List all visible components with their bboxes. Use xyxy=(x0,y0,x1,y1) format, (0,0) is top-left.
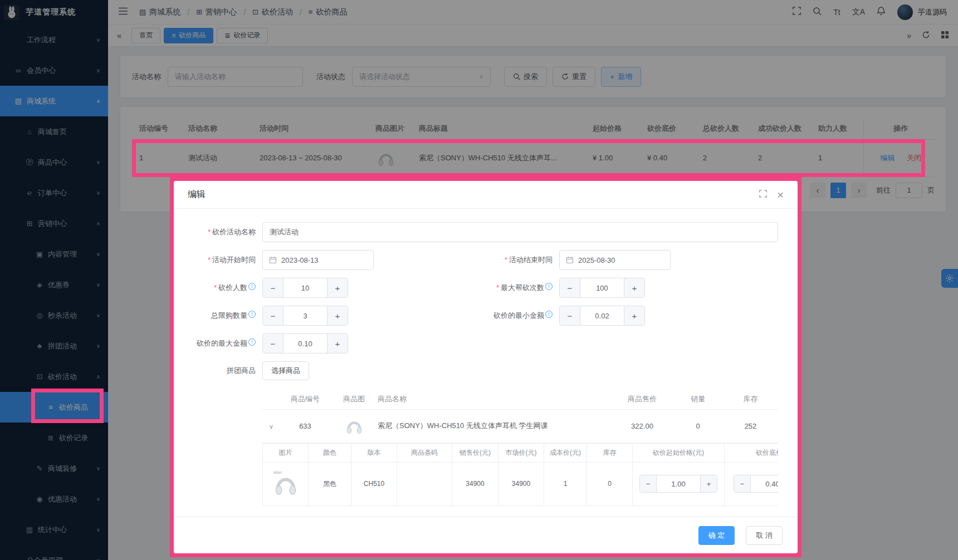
info-icon[interactable]: ! xyxy=(545,311,553,318)
increase-button[interactable]: + xyxy=(327,334,348,353)
cell-product-id: 633 xyxy=(280,409,330,443)
col-expand xyxy=(262,389,280,409)
info-icon[interactable]: ! xyxy=(545,283,553,290)
field-label-help-max: *最大帮砍次数! xyxy=(486,278,553,298)
decrease-button[interactable]: − xyxy=(560,278,580,297)
required-asterisk: * xyxy=(214,283,217,292)
headphones-image: SONY xyxy=(271,469,300,498)
field-label-start-time: *活动开始时间 xyxy=(193,250,256,270)
sku-table: 图片 颜色 版本 商品条码 销售价(元) 市场价(元) 成本价(元) 库存 砍价… xyxy=(262,443,778,506)
field-label-max-price: 砍价的最大金额! xyxy=(193,333,256,353)
required-asterisk: * xyxy=(505,256,507,264)
col-product-id: 商品编号 xyxy=(280,389,330,409)
dialog-header: 编辑 × xyxy=(174,181,798,209)
help-max-input[interactable] xyxy=(580,278,624,297)
col-product-price: 商品售价 xyxy=(612,389,673,409)
decrease-button[interactable]: − xyxy=(263,334,284,353)
cell-sku-cost-price: 1 xyxy=(544,462,587,505)
select-product-button[interactable]: 选择商品 xyxy=(262,361,309,380)
svg-text:SONY: SONY xyxy=(273,471,282,474)
user-size-stepper: − + xyxy=(262,278,348,298)
start-date-value: 2023-08-13 xyxy=(281,256,319,264)
col-sku-version: 版本 xyxy=(351,443,397,462)
product-row: ∨ 633 索尼（SONY）WH-CH510 无线立体声耳机 学生网课 322.… xyxy=(262,409,778,443)
dialog-close-icon[interactable]: × xyxy=(777,189,784,200)
cell-sku-stock: 0 xyxy=(587,462,633,505)
sku-table-container: 图片 颜色 版本 商品条码 销售价(元) 市场价(元) 成本价(元) 库存 砍价… xyxy=(262,443,778,506)
cell-product-name: 索尼（SONY）WH-CH510 无线立体声耳机 学生网课 xyxy=(378,409,612,443)
bargain-floor-price-input[interactable] xyxy=(751,475,778,492)
decrease-button[interactable]: − xyxy=(640,475,657,492)
dialog-fullscreen-icon[interactable] xyxy=(759,190,767,200)
limit-count-stepper: − + xyxy=(262,306,348,326)
cell-sku-market-price: 34900 xyxy=(498,462,544,505)
cell-sku-barcode xyxy=(397,462,452,505)
required-asterisk: * xyxy=(208,256,211,264)
increase-button[interactable]: + xyxy=(327,306,348,325)
info-icon[interactable]: ! xyxy=(248,338,256,346)
col-sku-color: 颜色 xyxy=(309,443,351,462)
screen: 芋道管理系统 工作流程∨ ∞会员中心∨ ▤商城系统∧ ⌂商城首页 Ⓟ商品中心∨ … xyxy=(0,0,958,560)
cell-product-sales: 0 xyxy=(673,409,723,443)
required-asterisk: * xyxy=(208,228,211,236)
end-date-value: 2025-08-30 xyxy=(578,256,615,264)
bargain-floor-price-stepper: − + xyxy=(734,475,778,493)
confirm-button[interactable]: 确 定 xyxy=(698,526,735,545)
cancel-button[interactable]: 取 消 xyxy=(746,526,783,545)
cell-sku-sale-price: 34900 xyxy=(452,462,498,505)
selected-product-table: 商品编号 商品图 商品名称 商品售价 销量 库存 ∨ 633 xyxy=(262,389,778,443)
max-price-input[interactable] xyxy=(284,334,327,353)
expand-row-icon[interactable]: ∨ xyxy=(269,423,273,430)
increase-button[interactable]: + xyxy=(700,475,717,492)
dialog-footer: 确 定 取 消 xyxy=(174,517,798,553)
increase-button[interactable]: + xyxy=(327,278,348,297)
sku-header-row: 图片 颜色 版本 商品条码 销售价(元) 市场价(元) 成本价(元) 库存 砍价… xyxy=(263,443,779,462)
cell-product-price: 322.00 xyxy=(612,409,673,443)
limit-count-input[interactable] xyxy=(284,306,327,325)
decrease-button[interactable]: − xyxy=(263,306,284,325)
product-table-header: 商品编号 商品图 商品名称 商品售价 销量 库存 xyxy=(262,389,778,409)
decrease-button[interactable]: − xyxy=(560,306,580,325)
field-label-limit-count: 总限购数量! xyxy=(193,306,256,326)
col-product-pic: 商品图 xyxy=(330,389,378,409)
col-product-stock: 库存 xyxy=(723,389,778,409)
calendar-icon xyxy=(566,256,574,264)
cell-product-stock: 252 xyxy=(723,409,778,443)
cell-sku-bargain-first-price: − + xyxy=(633,462,725,505)
sku-row: SONY 黑色 CH510 34900 34900 1 0 − xyxy=(263,462,779,505)
dialog-body: *砍价活动名称 *活动开始时间 2023-08-13 *活动结束时间 2025- xyxy=(174,209,798,506)
increase-button[interactable]: + xyxy=(624,278,644,297)
col-sku-bargain-first-price: 砍价起始价格(元) xyxy=(633,443,725,462)
cell-sku-color[interactable]: 黑色 xyxy=(309,462,351,505)
info-icon[interactable]: ! xyxy=(248,311,256,318)
info-icon[interactable]: ! xyxy=(248,283,256,290)
col-product-name: 商品名称 xyxy=(378,389,612,409)
field-label-user-size: *砍价人数! xyxy=(193,278,256,298)
field-label-end-time: *活动结束时间 xyxy=(486,250,553,270)
edit-dialog: 编辑 × *砍价活动名称 *活动开始时间 2023-08-13 xyxy=(174,181,798,553)
field-label-product: 拼团商品 xyxy=(193,361,256,380)
col-sku-market-price: 市场价(元) xyxy=(498,443,544,462)
field-label-min-price: 砍价的最小金额! xyxy=(486,306,553,326)
cell-sku-version[interactable]: CH510 xyxy=(351,462,397,505)
col-sku-bargain-floor-price: 砍价底价(元) xyxy=(725,443,779,462)
end-date-field[interactable]: 2025-08-30 xyxy=(559,250,671,270)
col-product-sales: 销量 xyxy=(673,389,723,409)
col-sku-sale-price: 销售价(元) xyxy=(452,443,498,462)
bargain-first-price-stepper: − + xyxy=(639,475,717,493)
bargain-first-price-input[interactable] xyxy=(657,475,700,492)
help-max-stepper: − + xyxy=(559,278,645,298)
activity-name-field[interactable] xyxy=(262,222,778,242)
increase-button[interactable]: + xyxy=(624,306,644,325)
decrease-button[interactable]: − xyxy=(263,278,284,297)
cell-sku-bargain-floor-price: − + xyxy=(725,462,779,505)
decrease-button[interactable]: − xyxy=(734,475,751,492)
max-price-stepper: − + xyxy=(262,333,348,353)
col-sku-barcode: 商品条码 xyxy=(397,443,452,462)
start-date-field[interactable]: 2023-08-13 xyxy=(262,250,374,270)
col-sku-stock: 库存 xyxy=(587,443,633,462)
user-size-input[interactable] xyxy=(284,278,327,297)
min-price-input[interactable] xyxy=(580,306,624,325)
col-sku-image: 图片 xyxy=(263,443,309,462)
col-sku-cost-price: 成本价(元) xyxy=(544,443,587,462)
